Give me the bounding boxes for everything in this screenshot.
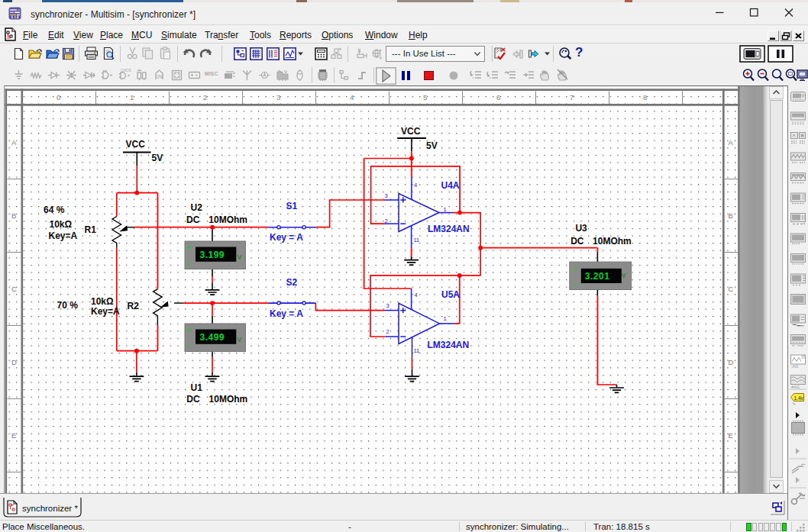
svg-text:A: A [729,138,734,147]
svg-text:4: 4 [414,182,417,189]
svg-text:4: 4 [415,292,418,298]
svg-text:5V: 5V [426,140,438,151]
svg-text:64 %: 64 % [44,205,65,215]
svg-text:D: D [11,358,17,366]
svg-text:0: 0 [57,93,60,102]
svg-text:3: 3 [385,192,388,199]
svg-text:B: B [11,211,16,220]
svg-text:10kΩ: 10kΩ [50,219,73,230]
svg-text:11: 11 [414,237,420,243]
svg-text:VCC: VCC [126,139,146,150]
svg-text:3.499: 3.499 [200,332,225,343]
svg-text:-: - [186,259,189,269]
svg-text:V: V [238,336,242,343]
svg-text:4: 4 [350,93,354,102]
svg-text:U5A: U5A [441,289,460,300]
svg-text:R2: R2 [128,301,140,311]
svg-text:3: 3 [276,93,280,102]
svg-text:synchronizer *: synchronizer * [22,504,78,513]
svg-text:7: 7 [570,93,574,102]
svg-text:0Ψ: 0Ψ [157,74,163,79]
svg-text:VCC: VCC [401,126,421,137]
svg-text:E: E [729,431,733,440]
svg-text:6: 6 [496,93,500,102]
svg-text:C: C [729,285,734,293]
svg-text:+: + [186,243,191,252]
svg-text:V: V [238,253,242,261]
svg-text:D: D [729,358,734,366]
svg-text:DC: DC [570,236,584,247]
svg-text:U3: U3 [575,223,587,234]
svg-text:70 %: 70 % [57,300,79,311]
svg-text:E: E [11,431,16,440]
svg-text:LM324AN: LM324AN [428,224,470,234]
svg-text:3: 3 [386,302,389,309]
svg-text:1: 1 [444,315,447,322]
svg-text:2: 2 [385,218,388,224]
svg-text:Key=A: Key=A [49,231,78,241]
svg-text:U4A: U4A [441,180,460,191]
svg-text:10kΩ: 10kΩ [91,296,114,307]
svg-text:DC: DC [186,394,200,405]
svg-text:#AG: #AG [791,385,800,389]
svg-text:10MOhm: 10MOhm [209,394,248,405]
svg-text:2: 2 [386,328,389,335]
svg-text:B: B [729,211,733,220]
svg-text:Key = A: Key = A [270,232,303,243]
svg-text:1: 1 [444,206,447,213]
svg-text:2: 2 [203,93,207,102]
svg-text:1: 1 [130,93,134,102]
svg-text:-: - [186,341,189,352]
svg-text::AG: :AG [791,364,798,369]
svg-text:5: 5 [423,93,427,102]
svg-text:R1: R1 [85,224,97,235]
svg-text:DC: DC [186,214,200,225]
svg-text:3.199: 3.199 [200,250,225,260]
svg-text:LM324AN: LM324AN [428,340,470,350]
svg-text:Key=A: Key=A [91,306,120,317]
svg-text:10MOhm: 10MOhm [593,236,632,247]
svg-text:S2: S2 [286,277,298,288]
svg-text:+: + [573,265,577,273]
svg-text:S1: S1 [286,201,298,211]
svg-text:Key = A: Key = A [270,308,303,319]
svg-text:C: C [11,285,17,293]
svg-text:11: 11 [414,347,420,354]
svg-text:U1: U1 [191,382,203,393]
svg-text:1.4v: 1.4v [794,395,804,401]
svg-text:A: A [11,138,17,147]
svg-text:V: V [622,272,626,279]
svg-text:-: - [574,279,577,290]
svg-text:U2: U2 [191,202,203,213]
svg-text:5V: 5V [152,153,163,163]
svg-text:10MOhm: 10MOhm [208,214,247,225]
svg-text:3.201: 3.201 [585,271,610,282]
svg-text:+: + [186,326,191,334]
svg-text:8: 8 [643,93,647,102]
svg-text:CMOS: CMOS [121,69,131,73]
